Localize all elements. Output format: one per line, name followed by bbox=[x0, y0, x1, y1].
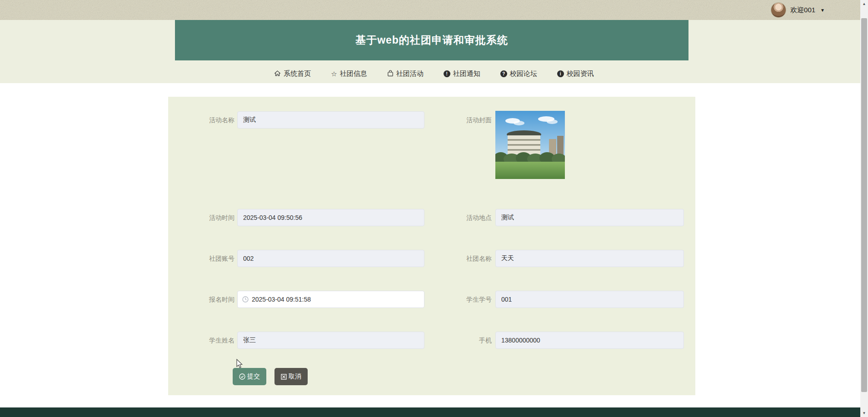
welcome-text: 欢迎001 bbox=[790, 6, 815, 15]
activity-name-input[interactable] bbox=[237, 111, 424, 129]
star-icon: ☆ bbox=[331, 70, 337, 77]
nav-item-label: 社团信息 bbox=[340, 70, 367, 78]
submit-button[interactable]: 提交 bbox=[233, 368, 266, 385]
nav-item-campus-forum[interactable]: ? 校园论坛 bbox=[500, 70, 537, 78]
signup-time-value[interactable] bbox=[252, 296, 419, 303]
cancel-button[interactable]: 取消 bbox=[274, 368, 308, 385]
topbar bbox=[0, 0, 860, 20]
student-name-label: 学生姓名 bbox=[168, 332, 234, 349]
activity-time-label: 活动时间 bbox=[168, 209, 234, 226]
header-band: 基于web的社团申请和审批系统 系统首页 ☆ 社团信息 社团活动 ! 社团通知 … bbox=[0, 20, 868, 83]
application-form-panel: 活动名称 活动封面 bbox=[168, 97, 695, 395]
home-icon bbox=[274, 70, 281, 78]
signup-time-input[interactable] bbox=[237, 291, 424, 308]
nav-item-club-info[interactable]: ☆ 社团信息 bbox=[331, 70, 367, 78]
nav-item-label: 校园资讯 bbox=[567, 70, 594, 78]
exclamation-circle-icon: ! bbox=[444, 70, 450, 77]
clock-icon bbox=[242, 296, 249, 303]
submit-button-label: 提交 bbox=[247, 372, 260, 381]
chevron-down-icon[interactable]: ▼ bbox=[820, 8, 825, 13]
student-name-input[interactable] bbox=[237, 332, 424, 349]
activity-cover-label: 活动封面 bbox=[424, 111, 492, 129]
student-id-label: 学生学号 bbox=[424, 291, 492, 308]
site-banner: 基于web的社团申请和审批系统 bbox=[175, 20, 688, 60]
club-name-label: 社团名称 bbox=[424, 250, 492, 267]
nav-item-label: 社团活动 bbox=[396, 70, 424, 78]
avatar[interactable] bbox=[771, 2, 786, 18]
club-name-input[interactable] bbox=[495, 250, 684, 267]
scroll-up-arrow-icon[interactable]: ▲ bbox=[860, 0, 868, 8]
club-account-label: 社团账号 bbox=[168, 250, 234, 267]
activity-cover-image[interactable] bbox=[495, 111, 565, 179]
signup-time-label: 报名时间 bbox=[168, 291, 234, 308]
nav-item-club-activity[interactable]: 社团活动 bbox=[387, 70, 424, 78]
noise-texture bbox=[0, 0, 860, 20]
activity-name-label: 活动名称 bbox=[168, 111, 234, 129]
question-circle-icon: ? bbox=[500, 70, 507, 77]
box-close-icon bbox=[281, 374, 287, 380]
nav-item-club-notice[interactable]: ! 社团通知 bbox=[444, 70, 480, 78]
activity-place-label: 活动地点 bbox=[424, 209, 492, 226]
main-nav: 系统首页 ☆ 社团信息 社团活动 ! 社团通知 ? 校园论坛 i 校园资讯 bbox=[0, 66, 868, 81]
nav-item-label: 系统首页 bbox=[284, 70, 311, 78]
user-dropdown[interactable]: 欢迎001 ▼ bbox=[771, 0, 825, 20]
scrollbar-thumb[interactable] bbox=[861, 18, 867, 392]
page-footer bbox=[0, 407, 868, 417]
activity-time-input[interactable] bbox=[237, 209, 424, 226]
vertical-scrollbar[interactable]: ▲ ▼ bbox=[860, 0, 868, 417]
cancel-button-label: 取消 bbox=[289, 372, 301, 381]
club-account-input[interactable] bbox=[237, 250, 424, 267]
page-title: 基于web的社团申请和审批系统 bbox=[355, 33, 508, 47]
activity-place-input[interactable] bbox=[495, 209, 684, 226]
nav-item-label: 校园论坛 bbox=[510, 70, 537, 78]
phone-input[interactable] bbox=[495, 332, 684, 349]
phone-label: 手机 bbox=[424, 332, 492, 349]
scroll-down-arrow-icon[interactable]: ▼ bbox=[860, 409, 868, 417]
bag-icon bbox=[387, 70, 394, 78]
nav-item-label: 社团通知 bbox=[453, 70, 480, 78]
info-circle-icon: i bbox=[557, 70, 564, 77]
circle-check-icon bbox=[239, 373, 245, 380]
nav-item-home[interactable]: 系统首页 bbox=[274, 70, 311, 78]
nav-item-campus-news[interactable]: i 校园资讯 bbox=[557, 70, 594, 78]
student-id-input[interactable] bbox=[495, 291, 684, 308]
